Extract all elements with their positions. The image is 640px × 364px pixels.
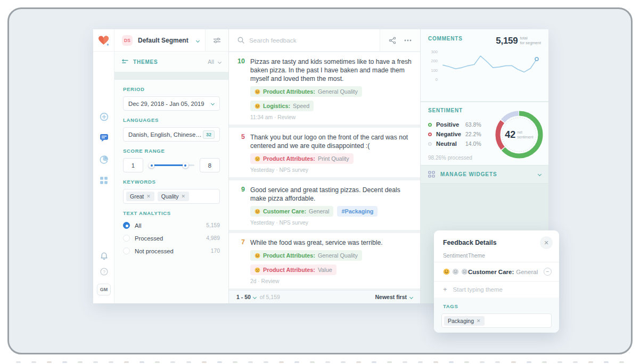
feedback-item[interactable]: 10Pizzas are tasty and kids sometimes li… (229, 52, 420, 125)
segment-name: Default Segment (138, 37, 188, 44)
share-icon[interactable] (389, 37, 396, 44)
theme-pill[interactable]: Product Attributes:Value (250, 264, 337, 275)
theme-pill-label: Product Attributes: (263, 155, 315, 162)
remove-chip-icon[interactable]: ✕ (182, 194, 186, 199)
details-title: Feedback Details (443, 239, 496, 246)
theme-pill-label: Product Attributes: (263, 267, 315, 273)
avatar[interactable]: GM (97, 284, 111, 295)
search-input[interactable] (249, 37, 356, 44)
feedback-item[interactable]: 5Thank you but our logo on the front of … (229, 128, 420, 177)
score-range-section: SCORE RANGE (114, 142, 228, 172)
theme-pill-value: Value (318, 267, 332, 273)
sad-emoji-icon (255, 156, 260, 162)
radio-button[interactable] (123, 247, 130, 254)
feedback-item[interactable]: 7While the food was great, service was t… (229, 233, 420, 288)
feedback-details-card: Feedback Details ✕ Sentiment Theme Custo… (434, 230, 559, 333)
theme-pill[interactable]: Product Attributes:Print Quality (250, 153, 354, 164)
search-bar[interactable] (229, 37, 380, 44)
theme-pill[interactable]: Product Attributes:General Quality (250, 86, 362, 97)
sidebar-item-feedback[interactable] (93, 130, 114, 145)
add-theme-input[interactable]: + Start typing theme (443, 285, 503, 293)
score-slider[interactable] (149, 158, 194, 172)
theme-value: General (516, 269, 538, 275)
sad-emoji-icon (255, 267, 260, 273)
filter-settings-button[interactable] (205, 29, 228, 51)
remove-theme-button[interactable]: − (544, 268, 552, 276)
period-label: PERIOD (123, 86, 220, 92)
feedback-meta: Yesterday · NPS survey (250, 220, 412, 226)
theme-pill[interactable]: Logistics:Speed (250, 101, 314, 111)
legend-ring-icon (428, 123, 432, 127)
theme-pill-value: Print Quality (318, 155, 349, 162)
filters-panel: DS Default Segment THEMES All PERIOD (114, 29, 229, 303)
feedback-text: Thank you but our logo on the front of t… (250, 133, 412, 150)
sidebar-item-dashboard[interactable] (93, 173, 114, 188)
remove-chip-icon[interactable]: ✕ (477, 318, 481, 324)
svg-text:?: ? (103, 269, 105, 274)
more-options-icon[interactable] (404, 39, 412, 42)
legend-ring-icon (428, 142, 432, 146)
sidebar-item-impact[interactable] (93, 109, 114, 124)
feedback-item[interactable]: 9Good service and great tasting pizzas. … (229, 180, 420, 230)
text-analytics-label: TEXT ANALYTICS (123, 210, 220, 216)
sidebar-item-insights[interactable] (93, 152, 114, 167)
themes-filter-row[interactable]: THEMES All (114, 52, 228, 72)
tags-input[interactable]: Packaging ✕ (441, 313, 552, 328)
theme-pill[interactable]: Product Attributes:General Quality (250, 250, 362, 261)
happy-emoji-icon (255, 253, 260, 259)
manage-widgets-button[interactable]: MANAGE WIDGETS (421, 165, 548, 184)
tag-chip[interactable]: Packaging ✕ (444, 316, 485, 326)
theme-pill-value: Speed (293, 103, 309, 109)
help-icon: ? (100, 268, 108, 276)
help-button[interactable]: ? (93, 264, 114, 279)
theme-pill[interactable]: Customer Care:General (250, 206, 333, 217)
feedback-text: Good service and great tasting pizzas. D… (250, 186, 412, 203)
sentiment-emoji-picker[interactable] (443, 268, 468, 275)
score-range-label: SCORE RANGE (123, 148, 220, 154)
pagination-total: of 5,159 (260, 294, 280, 300)
remove-chip-icon[interactable]: ✕ (146, 194, 151, 199)
slider-knob-max[interactable] (183, 162, 188, 168)
theme-pill-value: General Quality (318, 252, 358, 259)
legend-value: 22.2% (465, 131, 481, 137)
happy-emoji-icon (255, 103, 260, 109)
text-analytics-option[interactable]: All5,159 (123, 220, 220, 230)
theme-row: Customer Care: General − (434, 262, 559, 282)
option-label: All (135, 222, 142, 229)
score-min-input[interactable] (123, 158, 143, 172)
net-sentiment-value: 42 (505, 129, 515, 140)
languages-section: LANGUAGES Danish, English, Chinese, Japa… (114, 111, 228, 142)
comments-title: COMMENTS (428, 36, 463, 42)
pagination-range-select[interactable]: 1 - 50 (236, 294, 256, 300)
score-max-input[interactable] (200, 158, 220, 172)
radio-button[interactable] (123, 235, 130, 242)
notifications-button[interactable] (93, 249, 114, 263)
languages-select[interactable]: Danish, English, Chinese, Japanes... 32 (123, 127, 220, 142)
feedback-text: While the food was great, service was te… (250, 238, 412, 247)
sort-select[interactable]: Newest first (375, 294, 413, 300)
search-icon (237, 37, 244, 44)
close-button[interactable]: ✕ (540, 236, 553, 249)
languages-count-badge: 32 (203, 130, 215, 139)
keywords-input[interactable]: Great ✕Quality ✕ (123, 189, 220, 204)
tags-section: TAGS Packaging ✕ (434, 297, 559, 333)
happy-emoji-icon (255, 209, 260, 214)
languages-value: Danish, English, Chinese, Japanes... (128, 131, 203, 138)
happy-emoji-icon (255, 89, 260, 95)
radio-button[interactable] (123, 222, 130, 229)
section-divider (114, 72, 228, 80)
text-analytics-option[interactable]: Not processed170 (123, 246, 220, 256)
keyword-chip[interactable]: Quality ✕ (158, 192, 189, 201)
happy-emoji-icon (443, 268, 450, 275)
text-analytics-section: TEXT ANALYTICS All5,159Processed4,989Not… (114, 204, 228, 256)
keyword-chip[interactable]: Great ✕ (126, 192, 154, 201)
hashtag-pill[interactable]: #Packaging (337, 206, 378, 217)
pie-chart-icon (100, 155, 109, 164)
text-analytics-option[interactable]: Processed4,989 (123, 233, 220, 243)
legend-value: 63.8% (465, 121, 481, 128)
brand-logo[interactable] (93, 29, 114, 52)
period-select[interactable]: Dec 29, 2018 - Jan 05, 2019 (123, 96, 220, 111)
slider-knob-min[interactable] (149, 162, 154, 168)
period-value: Dec 29, 2018 - Jan 05, 2019 (128, 101, 204, 107)
segment-selector[interactable]: DS Default Segment (114, 29, 228, 52)
